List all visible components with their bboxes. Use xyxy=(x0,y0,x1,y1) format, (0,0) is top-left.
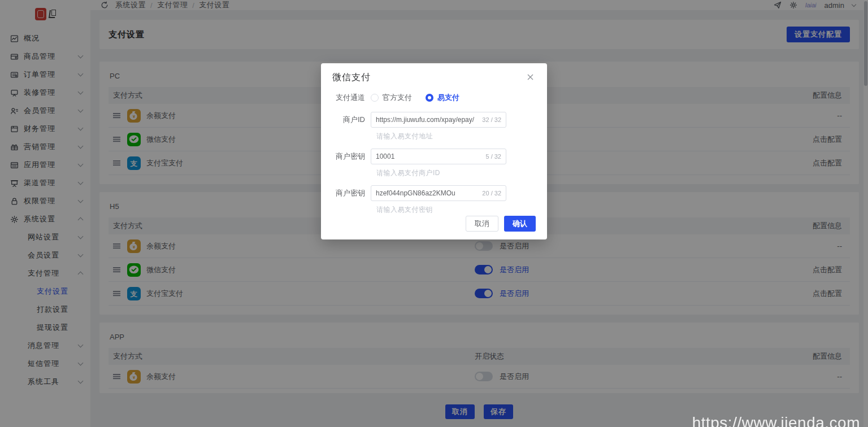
merchant-id-row: 商户ID https://m.jiuwufu.com/xpay/epay/ 32… xyxy=(321,112,547,128)
merchant-id-input[interactable]: https://m.jiuwufu.com/xpay/epay/ 32 / 32 xyxy=(371,112,506,128)
char-counter: 5 / 32 xyxy=(485,153,501,160)
radio-epay[interactable]: 易支付 xyxy=(426,93,459,103)
payment-channel-row: 支付通道 官方支付 易支付 xyxy=(321,93,547,103)
merchant-secret-input[interactable]: hzef044npGN86az2KMOu 20 / 32 xyxy=(371,185,506,201)
merchant-key-input[interactable]: 10001 5 / 32 xyxy=(371,149,506,164)
input-value: https://m.jiuwufu.com/xpay/epay/ xyxy=(376,116,474,124)
merchant-key-row: 商户密钥 10001 5 / 32 xyxy=(321,149,547,164)
watermark: https://www.jienda.com xyxy=(692,414,860,427)
radio-label: 易支付 xyxy=(437,93,459,103)
modal-confirm-button[interactable]: 确认 xyxy=(504,216,536,232)
merchant-secret-row: 商户密钥 hzef044npGN86az2KMOu 20 / 32 xyxy=(321,185,547,201)
input-value: hzef044npGN86az2KMOu xyxy=(376,189,455,197)
radio-label: 官方支付 xyxy=(383,93,412,103)
field-label: 商户密钥 xyxy=(321,188,371,198)
field-label: 商户ID xyxy=(321,115,371,125)
field-hint: 请输入易支付地址 xyxy=(376,132,547,141)
field-hint: 请输入易支付商户ID xyxy=(376,168,547,178)
close-icon[interactable] xyxy=(525,72,536,82)
modal-title: 微信支付 xyxy=(332,72,371,84)
field-label: 商户密钥 xyxy=(321,151,371,162)
wechat-pay-modal: 微信支付 支付通道 官方支付 易支付 商户ID https://m.jiuwuf… xyxy=(321,63,547,239)
field-hint: 请输入易支付密钥 xyxy=(376,205,547,215)
char-counter: 20 / 32 xyxy=(482,190,501,197)
modal-cancel-button[interactable]: 取消 xyxy=(466,216,498,232)
field-label: 支付通道 xyxy=(321,93,371,103)
radio-icon xyxy=(371,94,379,102)
input-value: 10001 xyxy=(376,152,394,160)
char-counter: 32 / 32 xyxy=(482,116,501,123)
radio-selected-icon xyxy=(426,94,433,102)
radio-official-pay[interactable]: 官方支付 xyxy=(371,93,412,103)
